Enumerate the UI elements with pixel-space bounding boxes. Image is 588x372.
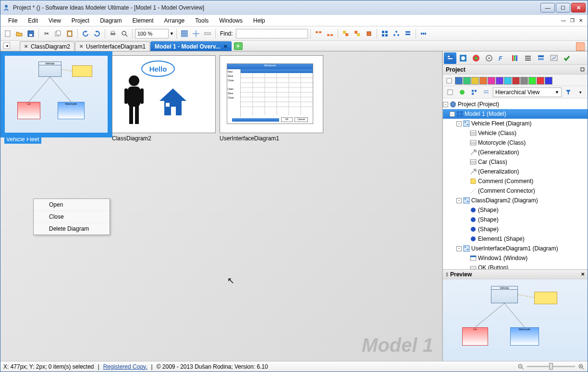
tab-userinterfacediagram1[interactable]: ✕UserInterfaceDiagram1 (75, 41, 150, 51)
menu-element[interactable]: Element (128, 16, 159, 25)
panel-tab-4[interactable] (483, 52, 495, 64)
maximize-button[interactable]: ☐ (556, 3, 570, 12)
view-mode-select[interactable]: Hierarchical View▼ (493, 87, 562, 97)
proj-tool-more[interactable]: ▾ (575, 87, 586, 98)
find-input[interactable] (236, 29, 308, 38)
zoom-in-icon[interactable] (578, 363, 585, 370)
new-button[interactable] (2, 28, 13, 39)
mdi-minimize-icon[interactable]: — (560, 17, 567, 24)
tab-close-icon[interactable]: ✕ (79, 44, 83, 49)
tree-node[interactable]: -Project (Project) (443, 99, 588, 109)
tree-node[interactable]: (Generalization) (443, 148, 588, 157)
context-open[interactable]: Open (34, 199, 110, 211)
proj-tool-4[interactable] (481, 87, 491, 98)
layout-button-3[interactable] (403, 28, 413, 39)
tab-close-icon[interactable]: ✕ (223, 44, 227, 49)
menu-project[interactable]: Project (67, 16, 94, 25)
filter-button[interactable] (563, 87, 574, 98)
color-swatch-10[interactable] (537, 77, 544, 85)
tree-node[interactable]: (Generalization) (443, 167, 588, 176)
panel-tab-9[interactable] (548, 52, 560, 64)
color-swatch-9[interactable] (528, 77, 536, 85)
tree-expand-icon[interactable]: - (456, 121, 462, 126)
tree-node[interactable]: Element1 (Shape) (443, 234, 588, 244)
tree-expand-icon[interactable]: - (456, 198, 462, 203)
diagram-thumb-vehicle-fleet[interactable]: Vehicle Car Motorcycle Vehicle Fleet (4, 55, 108, 144)
color-swatch-0[interactable] (455, 77, 463, 85)
color-swatch-2[interactable] (471, 77, 479, 85)
layout-button-1[interactable] (380, 28, 390, 39)
save-button[interactable] (25, 28, 36, 39)
tree-node[interactable]: -UserInterfaceDiagram1 (Diagram) (443, 244, 588, 253)
tree-expand-icon[interactable]: - (450, 112, 455, 117)
tree-node[interactable]: Motorcycle (Class) (443, 138, 588, 148)
color-swatch-6[interactable] (504, 77, 512, 85)
menu-diagram[interactable]: Diagram (95, 16, 126, 25)
color-swatch-3[interactable] (479, 77, 487, 85)
grid-button[interactable] (179, 28, 190, 39)
preview-body[interactable]: Vehicle Car Motorcycle (443, 279, 588, 361)
tree-expand-icon[interactable]: - (456, 246, 462, 251)
panel-tab-5[interactable]: F (496, 52, 508, 64)
color-swatch-5[interactable] (496, 77, 503, 85)
proj-tool-1[interactable] (445, 87, 455, 98)
cut-button[interactable]: ✂ (41, 28, 52, 39)
panel-tab-7[interactable] (522, 52, 534, 64)
context-close[interactable]: Close (34, 211, 110, 223)
diagram-thumb-userinterfacediagram1[interactable]: Window1 NewSaveCloseOpenSaveClose (220, 55, 323, 144)
tree-node[interactable]: (Comment Connector) (443, 186, 588, 196)
tree-node[interactable]: Vehicle (Class) (443, 128, 588, 138)
minimize-button[interactable]: — (540, 3, 555, 12)
group-button-3[interactable] (364, 28, 374, 39)
tree-node[interactable]: (Shape) (443, 205, 588, 215)
print-button[interactable] (108, 28, 118, 39)
color-swatch-7[interactable] (512, 77, 520, 85)
ruler-button[interactable] (202, 28, 213, 39)
tree-node[interactable]: OK (Button) (443, 263, 588, 270)
menu-edit[interactable]: Edit (23, 16, 43, 25)
mdi-close-icon[interactable]: ✕ (577, 17, 585, 24)
proj-tool-2[interactable] (457, 87, 467, 98)
color-swatch-1[interactable] (463, 77, 471, 85)
diagram-thumb-classdiagram2[interactable]: Hello ClassDiagram2 (112, 55, 216, 144)
palette-icon[interactable] (444, 75, 454, 86)
color-swatch-11[interactable] (545, 77, 552, 85)
tree-node[interactable]: -Vehicle Fleet (Diagram) (443, 119, 588, 128)
preview-close-icon[interactable]: ✕ (581, 272, 585, 277)
menu-help[interactable]: Help (248, 16, 270, 25)
tree-node[interactable]: Window1 (Window) (443, 253, 588, 263)
close-button[interactable]: ✕ (571, 3, 586, 12)
panel-tab-10[interactable] (561, 52, 573, 64)
panel-minimize-icon[interactable]: ☐ (580, 67, 585, 72)
open-button[interactable] (14, 28, 24, 39)
menu-file[interactable]: File (3, 16, 22, 25)
panel-tab-6[interactable] (509, 52, 521, 64)
menu-tools[interactable]: Tools (190, 16, 213, 25)
tab-options-icon[interactable] (576, 42, 585, 51)
color-swatch-8[interactable] (520, 77, 528, 85)
menu-windows[interactable]: Windows (214, 16, 247, 25)
menu-view[interactable]: View (44, 16, 66, 25)
model-overview-canvas[interactable]: Vehicle Car Motorcycle Vehicle Fleet Hel… (0, 51, 442, 361)
menu-arrange[interactable]: Arrange (159, 16, 190, 25)
tree-node[interactable]: Comment (Comment) (443, 176, 588, 186)
tree-expand-icon[interactable]: - (443, 102, 448, 107)
panel-tab-8[interactable] (535, 52, 547, 64)
redo-button[interactable] (92, 28, 102, 39)
tree-node[interactable]: (Shape) (443, 215, 588, 224)
tree-node[interactable]: Car (Class) (443, 157, 588, 167)
paste-button[interactable] (64, 28, 75, 39)
tab-model1-overview[interactable]: Model 1 - Model Overv...✕ (150, 41, 231, 51)
layout-button-4[interactable] (418, 28, 429, 39)
align-button-1[interactable] (313, 28, 324, 39)
snap-button[interactable] (191, 28, 201, 39)
copy-button[interactable] (53, 28, 63, 39)
panel-tab-project[interactable] (444, 52, 456, 64)
layout-button-2[interactable] (391, 28, 402, 39)
tab-close-icon[interactable]: ✕ (24, 44, 28, 49)
project-tree[interactable]: -Project (Project)-Model 1 (Model)-Vehic… (443, 99, 588, 270)
zoom-out-icon[interactable] (517, 363, 524, 370)
preview-grip-icon[interactable]: ⦀ (446, 271, 448, 278)
undo-button[interactable] (80, 28, 91, 39)
tree-node[interactable]: -Model 1 (Model) (443, 109, 588, 119)
